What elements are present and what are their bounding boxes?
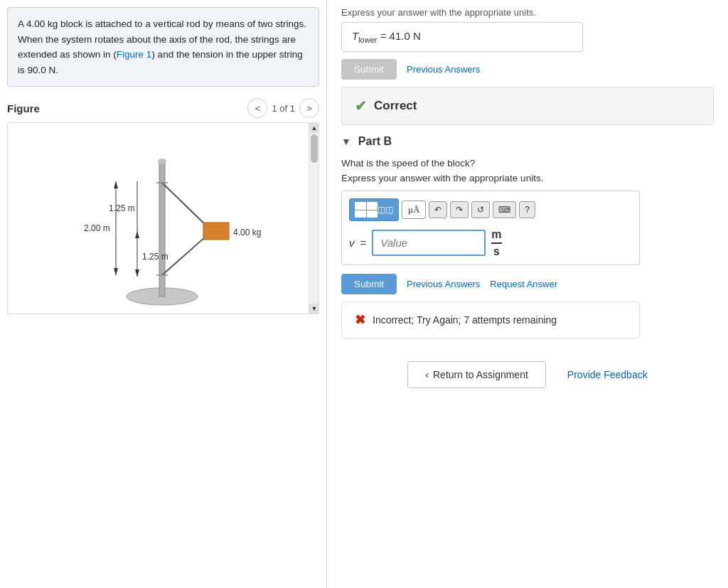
unit-numerator: m bbox=[491, 228, 501, 241]
figure-link[interactable]: Figure 1 bbox=[117, 49, 152, 60]
svg-marker-14 bbox=[135, 269, 139, 277]
incorrect-x-icon: ✖ bbox=[355, 312, 365, 328]
math-variable-v: v bbox=[349, 237, 355, 249]
submit-button-b[interactable]: Submit bbox=[341, 274, 397, 294]
figure-nav: < 1 of 1 > bbox=[247, 98, 319, 118]
help-button[interactable]: ? bbox=[519, 201, 535, 218]
svg-point-2 bbox=[158, 159, 166, 164]
unit-denominator: s bbox=[493, 245, 500, 258]
previous-answers-link-b[interactable]: Previous Answers bbox=[407, 279, 480, 289]
part-b-section: ▼ Part B What is the speed of the block?… bbox=[341, 135, 714, 338]
correct-check-icon: ✔ bbox=[355, 97, 367, 114]
scroll-down-arrow[interactable]: ▼ bbox=[309, 304, 319, 314]
figure-svg-area: 1.25 m 2.00 m 1.25 m bbox=[8, 123, 309, 314]
part-b-question: What is the speed of the block? bbox=[341, 158, 714, 169]
keyboard-button[interactable]: ⌨ bbox=[493, 201, 516, 218]
figure-next-button[interactable]: > bbox=[299, 98, 319, 118]
part-a-section: Express your answer with the appropriate… bbox=[341, 7, 714, 125]
return-button[interactable]: ‹ Return to Assignment bbox=[407, 361, 546, 388]
bottom-bar: ‹ Return to Assignment Provide Feedback bbox=[341, 350, 714, 394]
express-label-b: Express your answer with the appropriate… bbox=[341, 173, 714, 183]
provide-feedback-link[interactable]: Provide Feedback bbox=[567, 369, 648, 380]
redo-button[interactable]: ↷ bbox=[450, 201, 469, 218]
mu-button[interactable]: μÅ bbox=[402, 201, 426, 219]
problem-text-content: A 4.00 kg block is attached to a vertica… bbox=[18, 18, 306, 75]
submit-row-a: Submit Previous Answers bbox=[341, 59, 714, 80]
incorrect-text: Incorrect; Try Again; 7 attempts remaini… bbox=[373, 314, 557, 326]
grid-icon bbox=[355, 202, 378, 218]
figure-section: Figure < 1 of 1 > bbox=[7, 98, 319, 314]
part-b-title: Part B bbox=[358, 135, 392, 148]
svg-text:2.00 m: 2.00 m bbox=[84, 223, 110, 233]
figure-title: Figure bbox=[7, 102, 40, 114]
return-arrow-icon: ‹ bbox=[425, 369, 429, 380]
scrollbar-thumb[interactable] bbox=[311, 134, 318, 163]
submit-button-a[interactable]: Submit bbox=[341, 59, 397, 80]
correct-text: Correct bbox=[374, 99, 417, 113]
math-equals: = bbox=[360, 237, 367, 249]
figure-count: 1 of 1 bbox=[272, 103, 295, 114]
part-b-header: ▼ Part B bbox=[341, 135, 714, 148]
left-panel: A 4.00 kg block is attached to a vertica… bbox=[0, 0, 327, 588]
previous-answers-link-a[interactable]: Previous Answers bbox=[407, 64, 480, 75]
math-toolbar: ◫◫ μÅ ↶ ↷ ↺ ⌨ ? bbox=[349, 198, 632, 221]
svg-rect-1 bbox=[159, 161, 165, 296]
figure-scrollbar[interactable]: ▲ ▼ bbox=[309, 123, 318, 314]
math-value-input[interactable] bbox=[372, 230, 486, 256]
svg-rect-5 bbox=[203, 223, 229, 240]
correct-banner: ✔ Correct bbox=[341, 87, 714, 125]
figure-header: Figure < 1 of 1 > bbox=[7, 98, 319, 118]
request-answer-link[interactable]: Request Answer bbox=[490, 279, 557, 289]
express-label-a: Express your answer with the appropriate… bbox=[341, 7, 714, 18]
math-input-container: ◫◫ μÅ ↶ ↷ ↺ ⌨ ? v bbox=[341, 191, 640, 265]
svg-marker-9 bbox=[114, 181, 118, 188]
svg-text:1.25 m: 1.25 m bbox=[109, 203, 135, 213]
math-input-row: v = m s bbox=[349, 228, 632, 257]
incorrect-banner: ✖ Incorrect; Try Again; 7 attempts remai… bbox=[341, 301, 640, 338]
svg-marker-10 bbox=[114, 268, 118, 275]
math-fraction-unit: m s bbox=[491, 228, 501, 257]
figure-prev-button[interactable]: < bbox=[247, 98, 267, 118]
return-label: Return to Assignment bbox=[433, 369, 528, 380]
answer-value: = 41.0 N bbox=[380, 30, 421, 42]
refresh-button[interactable]: ↺ bbox=[471, 201, 490, 218]
answer-input-box-a: Tlower = 41.0 N bbox=[341, 22, 583, 52]
svg-text:4.00 kg: 4.00 kg bbox=[233, 228, 261, 237]
problem-text: A 4.00 kg block is attached to a vertica… bbox=[7, 7, 319, 87]
right-panel: Express your answer with the appropriate… bbox=[327, 0, 728, 588]
svg-marker-13 bbox=[135, 231, 139, 238]
part-b-arrow-icon: ▼ bbox=[341, 136, 351, 147]
fraction-bar bbox=[491, 242, 501, 244]
svg-text:1.25 m: 1.25 m bbox=[142, 252, 168, 262]
submit-row-b: Submit Previous Answers Request Answer bbox=[341, 274, 714, 294]
scroll-up-arrow[interactable]: ▲ bbox=[309, 123, 319, 133]
answer-variable: Tlower bbox=[352, 30, 377, 42]
figure-diagram: 1.25 m 2.00 m 1.25 m bbox=[20, 126, 297, 311]
grid-icon-button[interactable]: ◫◫ bbox=[349, 198, 399, 221]
figure-container: 1.25 m 2.00 m 1.25 m bbox=[7, 122, 319, 314]
answer-field-row-a: Tlower = 41.0 N bbox=[341, 22, 714, 52]
undo-button[interactable]: ↶ bbox=[429, 201, 447, 218]
